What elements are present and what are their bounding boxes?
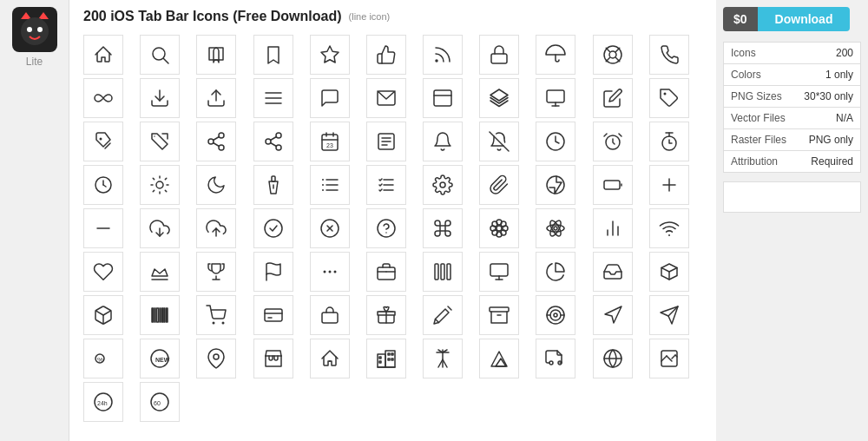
icon-life-ring[interactable] — [593, 35, 633, 75]
icon-image[interactable] — [649, 339, 689, 378]
icon-clock[interactable] — [536, 122, 575, 161]
svg-line-61 — [153, 178, 154, 179]
icon-menu[interactable] — [253, 78, 293, 118]
icon-news[interactable] — [366, 122, 406, 161]
icon-minus[interactable] — [83, 208, 123, 248]
icon-umbrella[interactable] — [536, 35, 575, 75]
icon-monitor[interactable] — [536, 78, 575, 118]
download-button[interactable]: Download — [758, 7, 851, 31]
text-input-area[interactable] — [723, 181, 861, 213]
icon-24h[interactable]: 24h — [83, 382, 123, 422]
icon-trophy[interactable] — [196, 252, 236, 292]
icon-target[interactable] — [536, 295, 575, 335]
icon-wifi[interactable] — [649, 208, 689, 248]
icon-bolt[interactable] — [536, 165, 575, 205]
icon-tag[interactable] — [649, 78, 689, 118]
icon-paperclip[interactable] — [479, 165, 519, 205]
icon-battery[interactable] — [593, 165, 633, 205]
icon-building[interactable] — [366, 339, 406, 378]
icon-cloud-down[interactable] — [140, 208, 180, 248]
icon-flower[interactable] — [479, 208, 519, 248]
icon-new[interactable]: NEW — [140, 339, 180, 378]
icon-box[interactable] — [83, 295, 123, 335]
icon-flag[interactable] — [253, 252, 293, 292]
icon-send[interactable] — [649, 295, 689, 335]
icon-cart[interactable] — [196, 295, 236, 335]
icon-book[interactable] — [196, 35, 236, 75]
icon-percent[interactable]: % — [83, 339, 123, 378]
icon-more[interactable] — [310, 252, 350, 292]
icon-store[interactable] — [253, 339, 293, 378]
icon-tower[interactable] — [423, 339, 463, 378]
icon-sun[interactable] — [140, 165, 180, 205]
icon-bar-chart[interactable] — [593, 208, 633, 248]
info-value: N/A — [795, 108, 860, 129]
icon-inbox[interactable] — [593, 252, 633, 292]
icon-bookshelf[interactable] — [423, 252, 463, 292]
icon-box-add[interactable] — [649, 252, 689, 292]
icon-60fps[interactable]: 60 — [140, 382, 180, 422]
icon-layers[interactable] — [479, 78, 519, 118]
icon-heart[interactable] — [83, 252, 123, 292]
icon-pencil[interactable] — [423, 295, 463, 335]
icon-alarm[interactable] — [593, 122, 633, 161]
svg-rect-166 — [391, 353, 393, 355]
icon-pin[interactable] — [196, 339, 236, 378]
icon-download[interactable] — [140, 78, 180, 118]
icon-plane[interactable] — [593, 339, 633, 378]
svg-point-72 — [322, 179, 324, 181]
icon-calendar[interactable]: 23 — [310, 122, 350, 161]
icon-list[interactable] — [310, 165, 350, 205]
icon-browser[interactable] — [423, 78, 463, 118]
svg-rect-80 — [604, 181, 620, 189]
icon-upload[interactable] — [196, 78, 236, 118]
icon-rss[interactable] — [423, 35, 463, 75]
icon-checklist[interactable] — [366, 165, 406, 205]
icon-bag[interactable] — [310, 295, 350, 335]
icon-tag-back[interactable] — [140, 122, 180, 161]
icon-flashlight[interactable] — [253, 165, 293, 205]
icon-timer[interactable] — [649, 122, 689, 161]
icon-settings[interactable] — [423, 165, 463, 205]
icon-infinity[interactable] — [83, 78, 123, 118]
info-label: Attribution — [724, 151, 796, 173]
icon-barcode[interactable] — [140, 295, 180, 335]
icon-archive[interactable] — [479, 295, 519, 335]
icon-phone[interactable] — [649, 35, 689, 75]
icon-share[interactable] — [196, 122, 236, 161]
icon-star[interactable] — [310, 35, 350, 75]
icon-atom[interactable] — [536, 208, 575, 248]
icon-share-alt[interactable] — [253, 122, 293, 161]
icon-moon[interactable] — [196, 165, 236, 205]
icon-edit[interactable] — [593, 78, 633, 118]
icon-plus[interactable] — [649, 165, 689, 205]
icon-crown[interactable] — [140, 252, 180, 292]
icon-chat[interactable] — [310, 78, 350, 118]
icon-bookmark[interactable] — [253, 35, 293, 75]
icon-command[interactable] — [423, 208, 463, 248]
svg-line-52 — [604, 134, 607, 136]
icon-home[interactable] — [83, 35, 123, 75]
icon-directions[interactable] — [593, 295, 633, 335]
svg-rect-130 — [162, 308, 164, 322]
icon-car[interactable] — [536, 339, 575, 378]
icon-pie-chart[interactable] — [536, 252, 575, 292]
icon-mountain[interactable] — [479, 339, 519, 378]
icon-cloud-up[interactable] — [196, 208, 236, 248]
icon-mail[interactable] — [366, 78, 406, 118]
icon-bell-off[interactable] — [479, 122, 519, 161]
icon-check-circle[interactable] — [253, 208, 293, 248]
icon-price-tag[interactable] — [83, 122, 123, 161]
icon-pricetag2[interactable] — [366, 208, 406, 248]
icon-presentation[interactable] — [479, 252, 519, 292]
icon-creditcard[interactable] — [253, 295, 293, 335]
icon-gift[interactable] — [366, 295, 406, 335]
icon-timer2[interactable] — [83, 165, 123, 205]
icon-x-circle[interactable] — [310, 208, 350, 248]
icon-briefcase[interactable] — [366, 252, 406, 292]
icon-thumbs-up[interactable] — [366, 35, 406, 75]
icon-house[interactable] — [310, 339, 350, 378]
icon-search[interactable] — [140, 35, 180, 75]
icon-lock[interactable] — [479, 35, 519, 75]
icon-bell[interactable] — [423, 122, 463, 161]
